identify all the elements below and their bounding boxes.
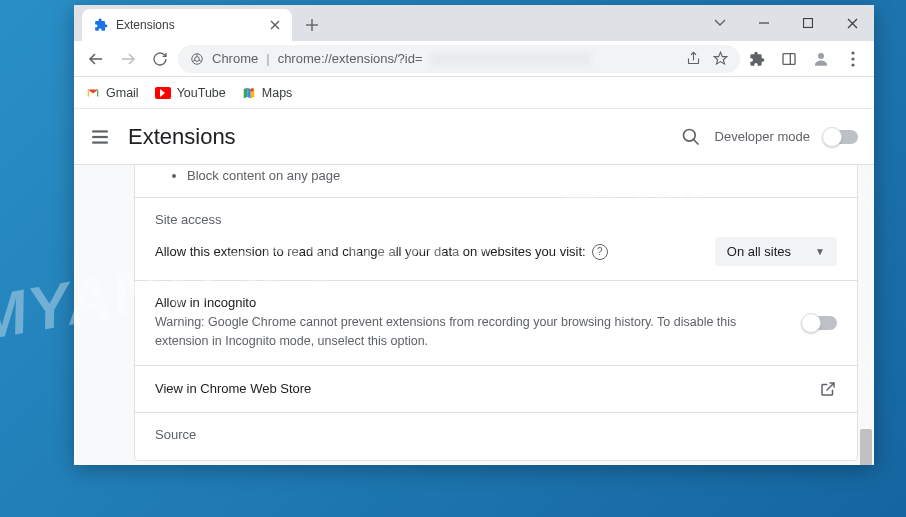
permission-bullet: Block content on any page: [187, 168, 837, 183]
bookmarks-bar: Gmail YouTube Maps: [74, 77, 874, 109]
forward-button[interactable]: [114, 45, 142, 73]
extensions-page: Extensions Developer mode Block content …: [74, 109, 874, 465]
chrome-icon: [190, 52, 204, 66]
youtube-icon: [155, 87, 171, 99]
svg-line-13: [193, 60, 196, 61]
hamburger-menu-icon[interactable]: [90, 127, 110, 147]
svg-point-19: [818, 53, 824, 59]
maximize-button[interactable]: [786, 7, 830, 39]
close-tab-button[interactable]: [268, 18, 282, 32]
svg-point-21: [851, 57, 854, 60]
bookmark-label: Maps: [262, 86, 293, 100]
side-panel-button[interactable]: [776, 46, 802, 72]
reload-button[interactable]: [146, 45, 174, 73]
source-heading: Source: [155, 427, 837, 442]
share-icon[interactable]: [686, 51, 701, 66]
puzzle-icon: [94, 18, 108, 32]
window-titlebar: Extensions: [74, 5, 874, 41]
bookmark-star-icon[interactable]: [713, 51, 728, 66]
bookmark-youtube[interactable]: YouTube: [155, 86, 226, 100]
incognito-section: Allow in Incognito Warning: Google Chrom…: [135, 280, 857, 365]
svg-point-22: [851, 63, 854, 66]
chrome-window: Extensions: [74, 5, 874, 465]
chrome-menu-button[interactable]: [840, 46, 866, 72]
address-bar[interactable]: Chrome | chrome://extensions/?id=: [178, 45, 740, 73]
gmail-icon: [86, 86, 100, 100]
svg-line-14: [199, 60, 202, 61]
extensions-puzzle-button[interactable]: [744, 46, 770, 72]
webstore-link-section[interactable]: View in Chrome Web Store: [135, 365, 857, 412]
tab-search-button[interactable]: [698, 7, 742, 39]
profile-avatar-button[interactable]: [808, 46, 834, 72]
scrollbar-thumb[interactable]: [860, 429, 872, 465]
site-access-selected: On all sites: [727, 244, 791, 259]
maps-icon: [242, 86, 256, 100]
incognito-toggle[interactable]: [803, 316, 837, 330]
developer-mode-label: Developer mode: [715, 129, 810, 144]
window-controls: [698, 5, 874, 41]
svg-point-24: [250, 88, 254, 92]
browser-tab-extensions[interactable]: Extensions: [82, 9, 292, 41]
search-icon[interactable]: [681, 127, 701, 147]
extension-detail-body: Block content on any page Site access Al…: [74, 165, 874, 465]
extensions-header: Extensions Developer mode: [74, 109, 874, 165]
source-section: Source: [135, 412, 857, 460]
developer-mode-toggle[interactable]: [824, 130, 858, 144]
site-access-select[interactable]: On all sites ▼: [715, 237, 837, 266]
omnibox-origin: Chrome: [212, 51, 258, 66]
svg-marker-16: [714, 52, 727, 64]
browser-toolbar: Chrome | chrome://extensions/?id=: [74, 41, 874, 77]
svg-rect-5: [804, 19, 813, 28]
svg-line-29: [693, 139, 698, 144]
svg-line-30: [827, 383, 835, 391]
svg-rect-17: [783, 53, 795, 64]
omnibox-url: chrome://extensions/?id=: [278, 51, 423, 66]
chevron-down-icon: ▼: [815, 246, 825, 257]
omnibox-blurred-id: [431, 53, 591, 65]
minimize-button[interactable]: [742, 7, 786, 39]
site-access-prompt: Allow this extension to read and change …: [155, 244, 586, 259]
bookmark-maps[interactable]: Maps: [242, 86, 293, 100]
bookmark-gmail[interactable]: Gmail: [86, 86, 139, 100]
open-in-new-icon: [819, 380, 837, 398]
incognito-heading: Allow in Incognito: [155, 295, 783, 310]
extension-detail-card: Block content on any page Site access Al…: [134, 165, 858, 461]
help-icon[interactable]: ?: [592, 244, 608, 260]
svg-point-20: [851, 51, 854, 54]
svg-point-28: [683, 129, 695, 141]
close-window-button[interactable]: [830, 7, 874, 39]
svg-point-11: [195, 56, 200, 61]
webstore-link-label: View in Chrome Web Store: [155, 381, 819, 396]
site-access-section: Site access Allow this extension to read…: [135, 197, 857, 280]
bookmark-label: YouTube: [177, 86, 226, 100]
bookmark-label: Gmail: [106, 86, 139, 100]
site-access-heading: Site access: [155, 212, 837, 227]
permissions-section: Block content on any page: [135, 165, 857, 197]
new-tab-button[interactable]: [298, 11, 326, 39]
tab-title: Extensions: [116, 18, 175, 32]
incognito-warning: Warning: Google Chrome cannot prevent ex…: [155, 313, 783, 351]
omnibox-divider: |: [266, 51, 269, 66]
page-title: Extensions: [128, 124, 236, 150]
back-button[interactable]: [82, 45, 110, 73]
